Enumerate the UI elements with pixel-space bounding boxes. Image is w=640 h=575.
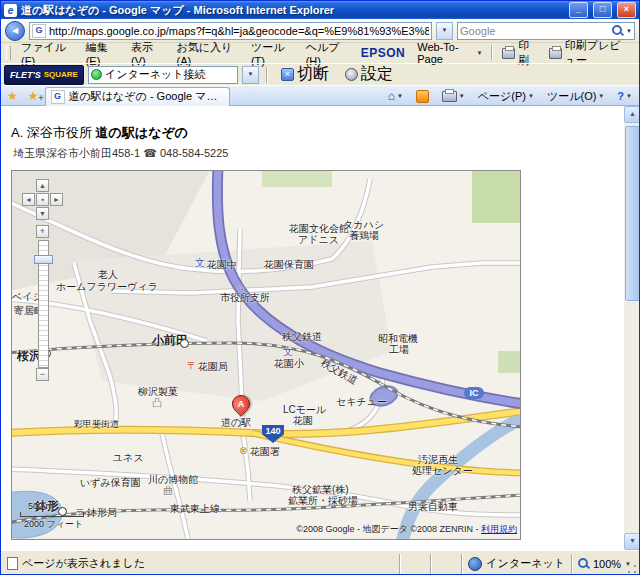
map-label: 老人 [98, 270, 118, 280]
globe-icon [468, 557, 482, 571]
page-menu-button[interactable]: ページ(P) ▼ [473, 87, 539, 106]
ie-icon: e [4, 4, 17, 17]
webtopage-label: Web-To-Page [417, 41, 473, 65]
map-label: 秩父鉱業(株) [292, 485, 349, 495]
tools-menu-button[interactable]: ツール(O) ▼ [542, 87, 609, 106]
printer-icon [502, 48, 515, 59]
map-label: 道の駅 [221, 418, 251, 428]
chevron-down-icon: ▼ [626, 93, 632, 99]
pan-control: ▲ ◄ ► ▼ ● [22, 179, 63, 220]
settings-button[interactable]: 設定 [339, 61, 399, 88]
zoom-level: 100% [593, 558, 621, 570]
print-command-button[interactable]: ▼ [437, 89, 470, 104]
zoom-slider-thumb[interactable] [34, 255, 53, 264]
square-logo-text: SQUARE [44, 70, 78, 79]
map-label: 養鶏場 [349, 231, 379, 241]
tab-google-maps[interactable]: G 道の駅はなぞの - Google マップ [45, 87, 230, 106]
map-label: 花園局 [198, 362, 228, 372]
result-marker-label: A. [11, 125, 23, 140]
station-dot [180, 339, 189, 348]
connection-select[interactable]: インターネット接続 [88, 66, 238, 84]
address-dropdown-button[interactable]: ▼ [436, 22, 453, 40]
result-org: 深谷市役所 [27, 125, 92, 140]
menu-bar: ファイル(F) 編集(E) 表示(V) お気に入り(A) ツール(T) ヘルプ(… [1, 43, 639, 63]
tools-menu-label: ツール(O) [547, 89, 596, 104]
status-message: ページが表示されました [22, 556, 145, 571]
home-button[interactable]: ⌂ ▼ [383, 88, 408, 104]
map-pin-letter: A [233, 396, 249, 412]
tab-title: 道の駅はなぞの - Google マップ [69, 89, 224, 104]
favorites-center-button[interactable]: ★ [3, 89, 22, 103]
map-label: 処理センター [412, 466, 473, 476]
search-dropdown-icon[interactable]: ▼ [626, 28, 632, 34]
map-label: 昭和電機 [378, 334, 418, 344]
pan-right-button[interactable]: ► [50, 193, 63, 206]
pan-up-button[interactable]: ▲ [36, 179, 49, 192]
star-icon: ★ [28, 89, 39, 103]
chevron-down-icon: ▼ [598, 93, 604, 99]
flets-square-logo[interactable]: FLET'S SQUARE [4, 65, 84, 85]
address-input[interactable]: http://maps.google.co.jp/maps?f=q&hl=ja&… [49, 25, 429, 37]
plus-icon: + [38, 93, 43, 103]
interchange-badge: IC [464, 387, 484, 399]
phone-icon: ☎ [143, 147, 157, 159]
map-label: 彩甲斐街道 [74, 420, 119, 429]
disconnect-button[interactable]: 切断 [275, 61, 335, 88]
help-menu-button[interactable]: ? ▼ [612, 88, 637, 104]
status-bar: ページが表示されました インターネット 100% ▼ [1, 550, 639, 575]
status-segment [430, 554, 461, 574]
rss-icon [416, 90, 429, 103]
scrollbar-thumb[interactable] [625, 126, 640, 301]
pan-left-button[interactable]: ◄ [22, 193, 35, 206]
map-label: 花園 [293, 416, 313, 426]
map[interactable]: 花園文化会館アドニスタカハシ養鶏場文花園中花園保育園老人ホームフラワーヴィラ⌂市… [11, 170, 521, 540]
connection-dropdown-button[interactable]: ▼ [242, 66, 259, 84]
map-label: 文 [195, 258, 205, 268]
map-label: 花園小 [274, 359, 304, 369]
title-bar[interactable]: e 道の駅はなぞの - Google マップ - Microsoft Inter… [1, 1, 639, 19]
maximize-button[interactable]: □ [593, 2, 612, 18]
minimize-button[interactable]: _ [569, 2, 588, 18]
resize-grip[interactable] [626, 563, 638, 575]
disconnect-icon [281, 68, 294, 81]
scroll-down-button[interactable]: ▼ [624, 533, 640, 550]
command-bar: ⌂ ▼ ▼ ページ(P) ▼ ツール(O) ▼ ? ▼ [383, 87, 637, 106]
zoom-in-button[interactable]: + [36, 225, 49, 238]
window-title: 道の駅はなぞの - Google マップ - Microsoft Interne… [21, 3, 564, 18]
flets-logo-text: FLET'S [10, 70, 41, 80]
magnifier-icon [578, 558, 589, 569]
zoom-out-button[interactable]: − [36, 368, 49, 381]
page-content: A. 深谷市役所 道の駅はなぞの 埼玉県深谷市小前田458-1 ☎ 048-58… [1, 106, 624, 550]
map-label: 鉢形局 [87, 508, 117, 518]
toolbar-separator [491, 45, 493, 61]
pan-down-button[interactable]: ▼ [36, 207, 49, 220]
pan-center-button[interactable]: ● [36, 193, 49, 206]
page-menu-label: ページ(P) [478, 89, 526, 104]
vertical-scrollbar[interactable]: ▲ ▼ [624, 106, 640, 550]
page-icon [7, 557, 18, 570]
printer-icon [442, 91, 457, 102]
feeds-button[interactable] [411, 88, 434, 105]
map-label: 花園中 [207, 260, 237, 270]
scroll-up-button[interactable]: ▲ [624, 106, 640, 123]
map-label: ⊗ [239, 446, 247, 456]
map-label: 曲 [163, 486, 173, 496]
map-label: アドニス [298, 235, 339, 245]
map-label: 凸 [152, 398, 162, 408]
map-label: ⌂ [238, 282, 244, 292]
close-button[interactable]: × [617, 2, 636, 18]
flets-toolbar: FLET'S SQUARE インターネット接続 ▼ 切断 設定 [1, 63, 639, 85]
tab-favicon: G [51, 90, 65, 104]
map-label: 秩父鉄道 [282, 332, 322, 342]
zone-label: インターネット [486, 556, 565, 571]
map-label: 花園文化会館 [289, 224, 349, 234]
map-scale: 500 m 2000 フィート [20, 501, 84, 531]
map-label: 文 [283, 347, 293, 357]
add-favorite-button[interactable]: ★+ [24, 89, 43, 103]
home-icon: ⌂ [388, 90, 395, 102]
toolbar-grip[interactable] [6, 46, 11, 60]
chevron-down-icon: ▼ [459, 93, 465, 99]
map-label: 鉱業所・採砂場 [288, 496, 358, 506]
terms-link[interactable]: 利用規約 [481, 524, 517, 534]
scale-bar [20, 512, 84, 517]
